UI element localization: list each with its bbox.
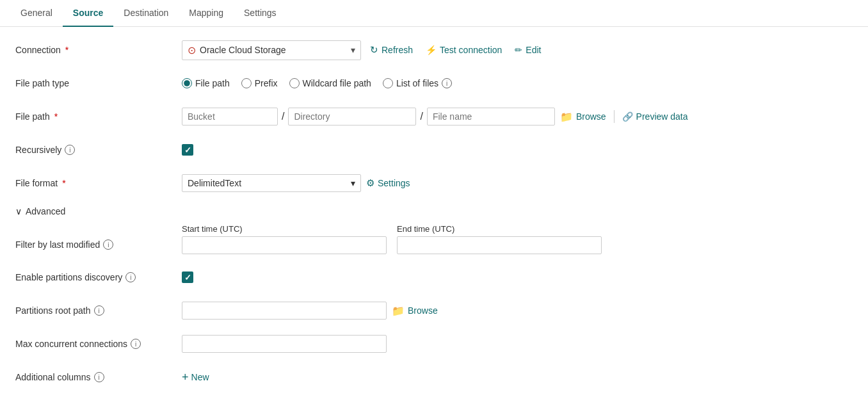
tab-mapping[interactable]: Mapping (179, 0, 234, 27)
file-format-row: File format * DelimitedText ▾ ⚙ Settings (15, 173, 853, 193)
advanced-section: ∨ Advanced Filter by last modified i Sta… (15, 206, 853, 387)
bucket-input[interactable] (182, 108, 278, 126)
partitions-browse-button[interactable]: 📁 Browse (392, 305, 438, 317)
max-connections-label: Max concurrent connections i (15, 339, 182, 349)
file-path-required: * (54, 111, 58, 122)
test-connection-button[interactable]: ⚡ Test connection (422, 42, 506, 58)
chevron-down-icon: ∨ (15, 206, 22, 216)
partitions-root-path-label: Partitions root path i (15, 305, 182, 316)
additional-columns-row: Additional columns i + New (15, 367, 853, 387)
format-settings-button[interactable]: ⚙ Settings (366, 177, 410, 189)
tabs-bar: General Source Destination Mapping Setti… (0, 0, 868, 27)
file-path-type-controls: File path Prefix Wildcard file path List… (182, 78, 853, 88)
form-container: Connection * ⊙ Oracle Cloud Storage ▾ ↻ … (0, 27, 868, 397)
connection-required: * (65, 45, 68, 55)
recursively-info-icon: i (65, 145, 75, 155)
file-format-controls: DelimitedText ▾ ⚙ Settings (182, 174, 853, 192)
max-connections-info-icon: i (131, 339, 141, 349)
filter-info-icon: i (103, 239, 113, 250)
partitions-root-path-controls: 📁 Browse (182, 302, 853, 320)
end-time-group: End time (UTC) (397, 224, 602, 254)
partitions-info-icon: i (125, 272, 136, 282)
recursively-row: Recursively i ✓ (15, 140, 853, 160)
preview-icon: 🔗 (622, 111, 633, 122)
radio-filepath[interactable]: File path (182, 78, 230, 88)
separator-1: / (278, 111, 288, 122)
radio-prefix-input[interactable] (241, 78, 252, 88)
tab-general[interactable]: General (10, 0, 63, 27)
connection-controls: ⊙ Oracle Cloud Storage ▾ ↻ Refresh ⚡ Tes… (182, 40, 853, 60)
separator-2: / (416, 111, 426, 122)
max-connections-controls (182, 335, 853, 353)
file-path-type-row: File path type File path Prefix Wildcard… (15, 73, 853, 93)
file-path-row: File path * / / 📁 Browse 🔗 Preview data (15, 106, 853, 127)
start-time-input[interactable] (182, 236, 387, 254)
file-format-label: File format * (15, 178, 182, 188)
partitions-discovery-label: Enable partitions discovery i (15, 272, 182, 282)
additional-columns-controls: + New (182, 371, 853, 384)
file-path-type-label: File path type (15, 78, 182, 88)
additional-columns-info-icon: i (94, 372, 104, 382)
radio-prefix[interactable]: Prefix (241, 78, 278, 88)
radio-filepath-input[interactable] (182, 78, 192, 88)
divider (614, 110, 615, 123)
file-format-required: * (62, 178, 65, 188)
settings-icon: ⚙ (366, 177, 374, 189)
folder-icon: 📁 (560, 111, 573, 123)
connection-dropdown[interactable]: ⊙ Oracle Cloud Storage ▾ (182, 40, 361, 60)
plus-icon: + (182, 371, 189, 384)
start-time-label: Start time (UTC) (182, 224, 387, 234)
tab-destination[interactable]: Destination (113, 0, 179, 27)
radio-listfiles[interactable]: List of files i (383, 78, 452, 88)
file-format-dropdown[interactable]: DelimitedText ▾ (182, 174, 361, 192)
filename-input[interactable] (427, 108, 555, 126)
partitions-root-path-input[interactable] (182, 302, 387, 320)
additional-columns-label: Additional columns i (15, 372, 182, 382)
connection-db-icon: ⊙ (188, 44, 196, 56)
connection-label: Connection * (15, 45, 182, 55)
edit-button[interactable]: ✏ Edit (511, 42, 545, 58)
refresh-icon: ↻ (370, 44, 378, 56)
tab-source[interactable]: Source (63, 0, 113, 27)
end-time-input[interactable] (397, 236, 602, 254)
partitions-discovery-controls: ✓ (182, 271, 853, 283)
preview-data-button[interactable]: 🔗 Preview data (622, 111, 688, 122)
end-time-label: End time (UTC) (397, 224, 602, 234)
file-path-inputs: / / (182, 108, 555, 126)
listfiles-info-icon: i (442, 78, 452, 88)
start-time-group: Start time (UTC) (182, 224, 387, 254)
edit-icon: ✏ (515, 45, 522, 55)
partitions-folder-icon: 📁 (392, 305, 405, 317)
radio-wildcard-input[interactable] (289, 78, 300, 88)
format-dropdown-arrow: ▾ (351, 178, 355, 188)
tab-settings[interactable]: Settings (234, 0, 287, 27)
time-fields: Start time (UTC) End time (UTC) (182, 224, 602, 254)
advanced-toggle[interactable]: ∨ Advanced (15, 206, 853, 216)
max-connections-row: Max concurrent connections i (15, 334, 853, 354)
connection-row: Connection * ⊙ Oracle Cloud Storage ▾ ↻ … (15, 40, 853, 60)
recursively-label: Recursively i (15, 145, 182, 155)
directory-input[interactable] (288, 108, 416, 126)
partitions-root-path-row: Partitions root path i 📁 Browse (15, 300, 853, 321)
max-connections-input[interactable] (182, 335, 387, 353)
browse-button[interactable]: 📁 Browse (560, 111, 606, 123)
connection-dropdown-arrow: ▾ (351, 45, 355, 55)
partitions-checkmark-icon: ✓ (184, 273, 191, 282)
partitions-discovery-row: Enable partitions discovery i ✓ (15, 267, 853, 288)
filter-last-modified-row: Filter by last modified i Start time (UT… (15, 224, 853, 254)
add-new-column-button[interactable]: + New (182, 371, 209, 384)
checkmark-icon: ✓ (184, 145, 191, 155)
recursively-checkbox[interactable]: ✓ (182, 144, 193, 156)
test-connection-icon: ⚡ (426, 45, 437, 55)
file-path-label: File path * (15, 111, 182, 122)
filter-last-modified-label: Filter by last modified i (15, 224, 182, 250)
recursively-controls: ✓ (182, 144, 853, 156)
radio-listfiles-input[interactable] (383, 78, 393, 88)
radio-wildcard[interactable]: Wildcard file path (289, 78, 371, 88)
partitions-root-info-icon: i (94, 305, 104, 316)
file-path-type-radio-group: File path Prefix Wildcard file path List… (182, 78, 452, 88)
partitions-discovery-checkbox[interactable]: ✓ (182, 271, 193, 283)
refresh-button[interactable]: ↻ Refresh (366, 42, 417, 58)
file-path-controls: / / 📁 Browse 🔗 Preview data (182, 108, 853, 126)
